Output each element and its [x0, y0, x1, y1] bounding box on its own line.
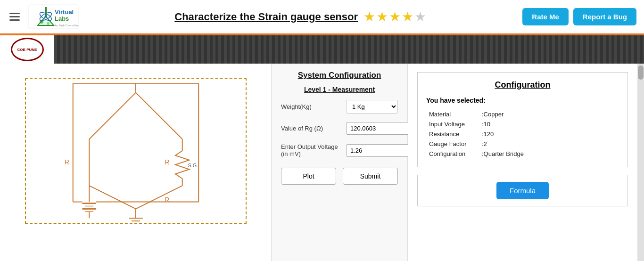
submit-button[interactable]: Submit [343, 168, 398, 185]
output-voltage-label: Enter Output Voltage (in mV) [281, 143, 342, 157]
resistance-value: :120 [480, 130, 618, 139]
svg-text:Labs: Labs [55, 15, 69, 22]
output-voltage-row: Enter Output Voltage (in mV) [281, 143, 398, 157]
sub-header: COE PUNE [0, 35, 644, 64]
svg-text:An MoE Govt of India Initiativ: An MoE Govt of India Initiative [55, 24, 79, 27]
svg-line-12 [136, 93, 182, 139]
level-title: Level 1 - Measurement [281, 86, 398, 93]
configuration-box: Configuration You have selected: Materia… [417, 72, 628, 167]
hamburger-button[interactable] [8, 11, 22, 23]
gauge-factor-value: :2 [480, 139, 618, 148]
rate-me-button[interactable]: Rate Me [522, 8, 569, 25]
circuit-diagram: R R R S.G. [25, 78, 247, 224]
college-name: COE PUNE [17, 48, 37, 52]
material-value: :Copper [480, 110, 618, 119]
table-row: Gauge Factor :2 [427, 139, 618, 148]
report-bug-button[interactable]: Report a Bug [573, 8, 636, 25]
action-buttons: Plot Submit [281, 168, 398, 185]
svg-text:R: R [165, 158, 169, 166]
configuration-value: :Quarter Bridge [480, 149, 618, 158]
college-logo-inner: COE PUNE [11, 38, 44, 61]
table-row: Material :Copper [427, 110, 618, 119]
resistance-label: Resistance [427, 130, 479, 139]
svg-line-13 [89, 186, 136, 209]
system-config-title: System Configuration [281, 71, 398, 80]
svg-line-14 [136, 186, 182, 209]
college-logo: COE PUNE [0, 35, 54, 64]
system-config-panel: System Configuration Level 1 - Measureme… [271, 64, 408, 261]
table-row: Resistance :120 [427, 130, 618, 139]
page-title: Characterize the Strain gauge sensor [174, 11, 358, 23]
header: Virtual Labs An MoE Govt of India Initia… [0, 0, 644, 35]
you-selected-label: You have selected: [426, 97, 619, 104]
config-table: Material :Copper Input Voltage :10 Resis… [426, 109, 619, 159]
main-content: R R R S.G. System Configuration Level 1 … [0, 64, 644, 261]
gauge-factor-label: Gauge Factor [427, 139, 479, 148]
logo-area: Virtual Labs An MoE Govt of India Initia… [27, 4, 79, 30]
svg-point-7 [45, 16, 47, 18]
scrollbar[interactable] [637, 64, 644, 261]
rg-label: Value of Rg (Ω) [281, 125, 342, 132]
svg-point-4 [47, 22, 50, 25]
input-voltage-value: :10 [480, 120, 618, 129]
weight-select[interactable]: 1 Kg 2 Kg 5 Kg 10 Kg [346, 100, 398, 114]
sub-header-stripe [54, 35, 644, 64]
svg-text:R: R [64, 158, 69, 166]
weight-label: Weight(Kg) [281, 103, 342, 110]
configuration-label: Configuration [427, 149, 479, 158]
svg-text:S.G.: S.G. [188, 163, 198, 168]
info-panel: Configuration You have selected: Materia… [408, 64, 637, 261]
table-row: Configuration :Quarter Bridge [427, 149, 618, 158]
weight-row: Weight(Kg) 1 Kg 2 Kg 5 Kg 10 Kg [281, 100, 398, 114]
scrollbar-thumb[interactable] [638, 65, 644, 80]
table-row: Input Voltage :10 [427, 120, 618, 129]
plot-button[interactable]: Plot [281, 168, 336, 185]
rg-row: Value of Rg (Ω) [281, 122, 398, 135]
svg-line-11 [89, 93, 136, 139]
material-label: Material [427, 110, 479, 119]
virtual-labs-logo: Virtual Labs An MoE Govt of India Initia… [27, 4, 79, 30]
formula-button[interactable]: Formula [496, 182, 549, 199]
svg-text:Virtual: Virtual [55, 8, 74, 16]
header-center: Characterize the Strain gauge sensor ★★★… [79, 9, 522, 24]
header-right: Rate Me Report a Bug [522, 8, 636, 25]
circuit-svg: R R R S.G. [26, 79, 246, 223]
configuration-box-title: Configuration [426, 80, 619, 90]
star-rating: ★★★★★ [363, 9, 427, 24]
formula-box: Formula [417, 175, 628, 206]
input-voltage-label: Input Voltage [427, 120, 479, 129]
circuit-panel: R R R S.G. [0, 64, 271, 261]
